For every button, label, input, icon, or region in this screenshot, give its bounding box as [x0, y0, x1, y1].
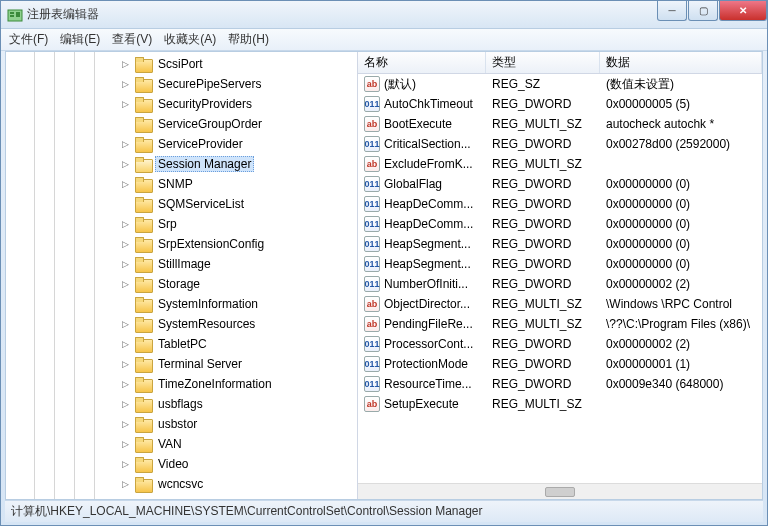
cell-data: 0x00278d00 (2592000) [600, 137, 762, 151]
menu-edit[interactable]: 编辑(E) [60, 31, 100, 48]
tree-item[interactable]: ServiceGroupOrder [6, 114, 357, 134]
maximize-button[interactable]: ▢ [688, 1, 718, 21]
col-header-data[interactable]: 数据 [600, 52, 762, 73]
expander-icon[interactable]: ▷ [119, 358, 131, 370]
menu-view[interactable]: 查看(V) [112, 31, 152, 48]
cell-type: REG_DWORD [486, 237, 600, 251]
binary-value-icon: 011 [364, 216, 380, 232]
folder-icon [135, 117, 151, 131]
folder-icon [135, 177, 151, 191]
cell-data: 0x00000000 (0) [600, 257, 762, 271]
tree-item[interactable]: ▷VAN [6, 434, 357, 454]
list-row[interactable]: 011ProtectionModeREG_DWORD0x00000001 (1) [358, 354, 762, 374]
expander-icon[interactable]: ▷ [119, 58, 131, 70]
menu-file[interactable]: 文件(F) [9, 31, 48, 48]
tree-item[interactable]: ▷ServiceProvider [6, 134, 357, 154]
expander-icon[interactable]: ▷ [119, 398, 131, 410]
tree-item[interactable]: SystemInformation [6, 294, 357, 314]
cell-data: 0x00000000 (0) [600, 237, 762, 251]
cell-type: REG_MULTI_SZ [486, 117, 600, 131]
expander-icon[interactable]: ▷ [119, 418, 131, 430]
tree-item[interactable]: ▷Srp [6, 214, 357, 234]
expander-icon[interactable]: ▷ [119, 438, 131, 450]
tree-item[interactable]: ▷Video [6, 454, 357, 474]
expander-icon[interactable]: ▷ [119, 458, 131, 470]
expander-icon[interactable]: ▷ [119, 138, 131, 150]
list-row[interactable]: ab(默认)REG_SZ(数值未设置) [358, 74, 762, 94]
expander-icon[interactable]: ▷ [119, 98, 131, 110]
list-body[interactable]: ab(默认)REG_SZ(数值未设置)011AutoChkTimeoutREG_… [358, 74, 762, 483]
tree-item[interactable]: ▷usbstor [6, 414, 357, 434]
folder-icon [135, 77, 151, 91]
list-row[interactable]: 011HeapDeComm...REG_DWORD0x00000000 (0) [358, 194, 762, 214]
list-row[interactable]: 011AutoChkTimeoutREG_DWORD0x00000005 (5) [358, 94, 762, 114]
tree-label: Terminal Server [155, 356, 245, 372]
close-button[interactable]: ✕ [719, 1, 767, 21]
tree-item[interactable]: ▷SystemResources [6, 314, 357, 334]
expander-icon[interactable]: ▷ [119, 338, 131, 350]
svg-rect-1 [10, 12, 14, 14]
cell-data: (数值未设置) [600, 76, 762, 93]
titlebar[interactable]: 注册表编辑器 ─ ▢ ✕ [1, 1, 767, 29]
cell-data: \??\C:\Program Files (x86)\ [600, 317, 762, 331]
list-row[interactable]: abSetupExecuteREG_MULTI_SZ [358, 394, 762, 414]
tree-item[interactable]: ▷StillImage [6, 254, 357, 274]
expander-icon[interactable]: ▷ [119, 318, 131, 330]
cell-data: 0x00000000 (0) [600, 197, 762, 211]
expander-icon[interactable]: ▷ [119, 158, 131, 170]
tree-item[interactable]: ▷SrpExtensionConfig [6, 234, 357, 254]
statusbar: 计算机\HKEY_LOCAL_MACHINE\SYSTEM\CurrentCon… [5, 500, 763, 522]
col-header-name[interactable]: 名称 [358, 52, 486, 73]
list-row[interactable]: abPendingFileRe...REG_MULTI_SZ\??\C:\Pro… [358, 314, 762, 334]
expander-icon[interactable]: ▷ [119, 218, 131, 230]
list-row[interactable]: 011HeapSegment...REG_DWORD0x00000000 (0) [358, 254, 762, 274]
list-row[interactable]: 011NumberOfIniti...REG_DWORD0x00000002 (… [358, 274, 762, 294]
tree-label: SecurePipeServers [155, 76, 264, 92]
tree-item[interactable]: ▷Session Manager [6, 154, 357, 174]
list-row[interactable]: 011ProcessorCont...REG_DWORD0x00000002 (… [358, 334, 762, 354]
expander-icon[interactable]: ▷ [119, 378, 131, 390]
list-row[interactable]: 011HeapSegment...REG_DWORD0x00000000 (0) [358, 234, 762, 254]
menu-favorites[interactable]: 收藏夹(A) [164, 31, 216, 48]
cell-type: REG_DWORD [486, 97, 600, 111]
cell-type: REG_DWORD [486, 197, 600, 211]
tree-item[interactable]: ▷SecurePipeServers [6, 74, 357, 94]
minimize-button[interactable]: ─ [657, 1, 687, 21]
folder-icon [135, 477, 151, 491]
expander-icon[interactable]: ▷ [119, 178, 131, 190]
tree-item[interactable]: ▷TabletPC [6, 334, 357, 354]
expander-icon[interactable]: ▷ [119, 258, 131, 270]
cell-data: 0x00000000 (0) [600, 217, 762, 231]
list-row[interactable]: 011ResourceTime...REG_DWORD0x0009e340 (6… [358, 374, 762, 394]
cell-data: 0x00000000 (0) [600, 177, 762, 191]
col-header-type[interactable]: 类型 [486, 52, 600, 73]
expander-icon[interactable]: ▷ [119, 78, 131, 90]
list-row[interactable]: 011CriticalSection...REG_DWORD0x00278d00… [358, 134, 762, 154]
expander-icon[interactable]: ▷ [119, 278, 131, 290]
tree-item[interactable]: ▷ScsiPort [6, 54, 357, 74]
tree-item[interactable]: ▷usbflags [6, 394, 357, 414]
tree-label: SystemResources [155, 316, 258, 332]
cell-name: 011GlobalFlag [358, 176, 486, 192]
tree-item[interactable]: ▷Terminal Server [6, 354, 357, 374]
tree-item[interactable]: ▷Storage [6, 274, 357, 294]
expander-icon[interactable]: ▷ [119, 238, 131, 250]
list-row[interactable]: abBootExecuteREG_MULTI_SZautocheck autoc… [358, 114, 762, 134]
list-row[interactable]: 011HeapDeComm...REG_DWORD0x00000000 (0) [358, 214, 762, 234]
menu-help[interactable]: 帮助(H) [228, 31, 269, 48]
list-row[interactable]: 011GlobalFlagREG_DWORD0x00000000 (0) [358, 174, 762, 194]
tree-item[interactable]: ▷SecurityProviders [6, 94, 357, 114]
folder-icon [135, 417, 151, 431]
list-row[interactable]: abExcludeFromK...REG_MULTI_SZ [358, 154, 762, 174]
tree-item[interactable]: ▷SNMP [6, 174, 357, 194]
binary-value-icon: 011 [364, 236, 380, 252]
horizontal-scrollbar[interactable] [358, 483, 762, 499]
tree-item[interactable]: SQMServiceList [6, 194, 357, 214]
tree-item[interactable]: ▷TimeZoneInformation [6, 374, 357, 394]
tree-pane[interactable]: ▷ScsiPort▷SecurePipeServers▷SecurityProv… [6, 52, 358, 499]
scrollbar-thumb[interactable] [545, 487, 575, 497]
value-name: CriticalSection... [384, 137, 471, 151]
expander-icon[interactable]: ▷ [119, 478, 131, 490]
list-row[interactable]: abObjectDirector...REG_MULTI_SZ\Windows … [358, 294, 762, 314]
tree-item[interactable]: ▷wcncsvc [6, 474, 357, 494]
